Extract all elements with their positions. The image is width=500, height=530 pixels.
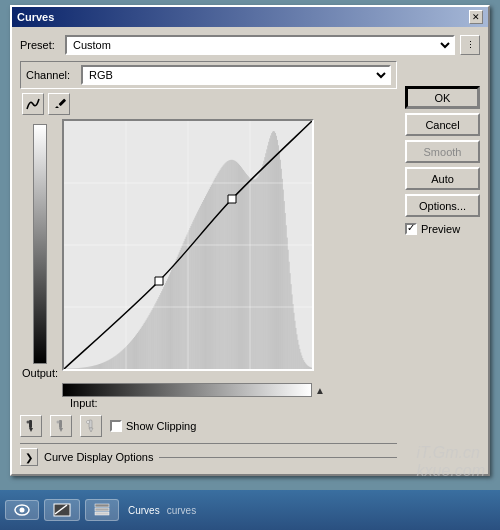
- gray-eyedropper-icon: [54, 419, 68, 433]
- preset-row: Preset: Custom Default Strong Contrast ⋮: [20, 35, 480, 55]
- pencil-icon: [52, 97, 66, 111]
- curve-area: Output:: [20, 119, 397, 379]
- taskbar-eye-item[interactable]: [5, 500, 39, 520]
- taskbar-layers-item[interactable]: [85, 499, 119, 521]
- show-clipping-row: Show Clipping: [110, 420, 196, 432]
- main-section: Channel: RGB Red Green Blue: [20, 61, 480, 466]
- curve-display-options: ❯ Curve Display Options: [20, 443, 397, 466]
- input-label: Input:: [70, 397, 397, 409]
- preview-label: Preview: [421, 223, 460, 235]
- taskbar: Curves curves: [0, 490, 500, 530]
- gray-point-eyedropper[interactable]: [50, 415, 72, 437]
- auto-button[interactable]: Auto: [405, 167, 480, 190]
- show-clipping-label: Show Clipping: [126, 420, 196, 432]
- input-area: ▲ Input:: [62, 383, 397, 409]
- input-gradient-row: ▲: [62, 383, 397, 397]
- black-eyedropper-icon: [24, 419, 38, 433]
- curves-dialog: Curves ✕ Preset: Custom Default Strong C…: [10, 5, 490, 476]
- pencil-tool-button[interactable]: [48, 93, 70, 115]
- preview-row: Preview: [405, 223, 480, 235]
- output-label: Output:: [22, 367, 58, 379]
- right-buttons: OK Cancel Smooth Auto Options... Preview: [405, 61, 480, 466]
- svg-rect-14: [95, 504, 109, 507]
- svg-rect-13: [54, 504, 70, 516]
- svg-marker-6: [59, 428, 63, 432]
- eye-icon: [14, 504, 30, 516]
- input-triangle: ▲: [315, 385, 325, 396]
- options-separator: [159, 457, 397, 458]
- tool-row: [22, 93, 397, 115]
- svg-point-7: [57, 421, 60, 424]
- canvas-container[interactable]: [62, 119, 312, 379]
- black-point-eyedropper[interactable]: [20, 415, 42, 437]
- output-label-area: Output:: [20, 119, 60, 379]
- bottom-tools: Show Clipping: [20, 415, 397, 437]
- options-button[interactable]: Options...: [405, 194, 480, 217]
- dialog-content: Preset: Custom Default Strong Contrast ⋮…: [12, 27, 488, 474]
- svg-rect-5: [59, 420, 62, 428]
- curve-icon: [26, 97, 40, 111]
- taskbar-label: Curves: [128, 505, 160, 516]
- title-bar: Curves ✕: [12, 7, 488, 27]
- svg-rect-15: [95, 508, 109, 511]
- svg-point-10: [87, 421, 90, 424]
- preset-select[interactable]: Custom Default Strong Contrast: [65, 35, 455, 55]
- preset-label: Preset:: [20, 39, 60, 51]
- cancel-button[interactable]: Cancel: [405, 113, 480, 136]
- curve-canvas[interactable]: [62, 119, 314, 371]
- channel-select[interactable]: RGB Red Green Blue: [81, 65, 391, 85]
- show-clipping-checkbox[interactable]: [110, 420, 122, 432]
- curve-display-toggle[interactable]: ❯: [20, 448, 38, 466]
- curve-display-label: Curve Display Options: [44, 451, 153, 463]
- svg-marker-9: [89, 428, 93, 432]
- preset-options-icon[interactable]: ⋮: [460, 35, 480, 55]
- close-button[interactable]: ✕: [469, 10, 483, 24]
- dialog-title: Curves: [17, 11, 54, 23]
- input-gradient: [62, 383, 312, 397]
- layers-icon: [94, 503, 110, 517]
- output-gradient: [33, 124, 47, 364]
- smooth-button[interactable]: Smooth: [405, 140, 480, 163]
- taskbar-curves-item[interactable]: [44, 499, 80, 521]
- svg-point-4: [27, 421, 30, 424]
- curve-tool-button[interactable]: [22, 93, 44, 115]
- ok-button[interactable]: OK: [405, 86, 480, 109]
- svg-rect-2: [29, 420, 32, 428]
- svg-marker-1: [55, 106, 59, 108]
- svg-rect-0: [58, 98, 66, 106]
- taskbar-subtitle: curves: [167, 505, 196, 516]
- curves-icon: [53, 503, 71, 517]
- svg-marker-3: [29, 428, 33, 432]
- white-eyedropper-icon: [84, 419, 98, 433]
- channel-label: Channel:: [26, 69, 76, 81]
- svg-point-12: [20, 508, 25, 513]
- preview-checkbox[interactable]: [405, 223, 417, 235]
- channel-row: Channel: RGB Red Green Blue: [20, 61, 397, 89]
- svg-rect-16: [95, 512, 109, 515]
- left-panel: Channel: RGB Red Green Blue: [20, 61, 397, 466]
- white-point-eyedropper[interactable]: [80, 415, 102, 437]
